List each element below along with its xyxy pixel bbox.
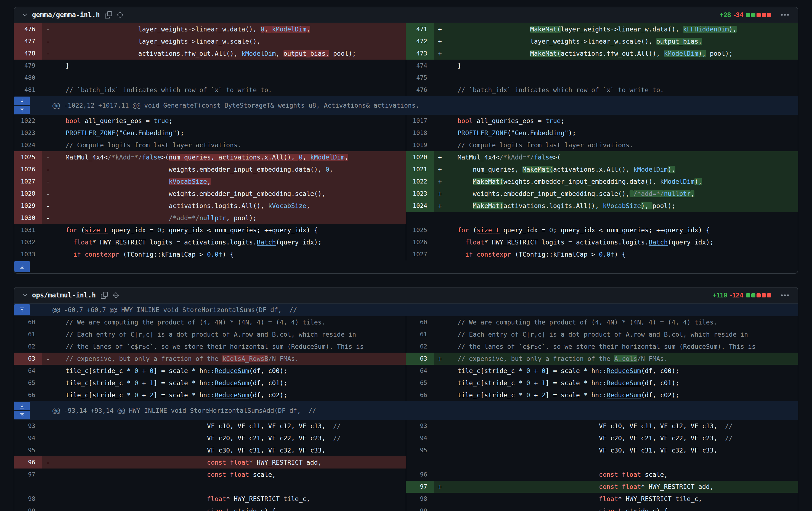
scroll-to-file-button[interactable] [111,291,121,300]
expand-down-button[interactable] [14,261,30,272]
scroll-to-file-button[interactable] [115,10,125,20]
collapse-file-button[interactable] [21,291,29,300]
line-number[interactable]: 1027 [406,248,434,261]
hunk-header: @@ -1022,12 +1017,11 @@ void GenerateT(c… [30,102,419,109]
deletions-count: -34 [734,11,743,19]
line-number[interactable]: 476 [14,23,42,35]
line-number[interactable]: 98 [406,493,434,505]
line-number[interactable]: 65 [14,377,42,389]
line-number[interactable]: 66 [14,389,42,401]
line-number[interactable]: 1021 [406,163,434,176]
code-token [58,227,66,234]
file-name[interactable]: ops/matmul-inl.h [32,291,96,299]
line-number[interactable]: 65 [406,377,434,389]
line-number[interactable]: 60 [406,316,434,328]
diff-cell-old: 62 // the lanes of `c$r$c`, so we store … [14,340,406,353]
line-number[interactable]: 477 [14,35,42,48]
line-number[interactable]: 98 [14,493,42,505]
fold-down-icon [19,264,25,270]
line-number[interactable]: 61 [406,328,434,340]
expand-up-button[interactable] [14,411,30,419]
line-number[interactable]: 1032 [14,236,42,248]
line-number[interactable]: 1025 [406,224,434,236]
line-number[interactable]: 479 [14,60,42,72]
line-number[interactable]: 1028 [14,188,42,200]
line-number[interactable]: 1019 [406,139,434,151]
expand-down-button[interactable] [14,402,30,410]
diff-marker [42,72,54,84]
expand-up-button[interactable] [14,304,30,315]
line-number[interactable]: 66 [406,389,434,401]
line-number[interactable]: 96 [14,456,42,469]
line-number[interactable]: 1018 [406,127,434,139]
line-number[interactable]: 99 [406,505,434,511]
line-number[interactable]: 94 [14,432,42,444]
line-number[interactable]: 1024 [14,139,42,151]
diff-row: 1033 if constexpr (TConfig::kFinalCap > … [14,248,798,261]
code-token: kVocabSize [603,202,641,209]
line-number[interactable]: 96 [406,469,434,481]
expand-down-button[interactable] [14,97,30,105]
line-number[interactable]: 1024 [406,200,434,212]
line-number[interactable]: 97 [14,469,42,481]
line-number[interactable]: 1026 [14,163,42,176]
line-number[interactable]: 97 [406,481,434,493]
line-number[interactable]: 63 [14,353,42,365]
line-number[interactable]: 95 [406,444,434,456]
diffstat-square [762,13,766,17]
line-number[interactable]: 478 [14,48,42,60]
line-number[interactable]: 99 [14,505,42,511]
line-number[interactable]: 472 [406,35,434,48]
line-number[interactable]: 476 [406,84,434,96]
line-number[interactable]: 64 [14,365,42,377]
line-number[interactable]: 473 [406,48,434,60]
copy-path-button[interactable] [99,291,109,300]
hunk-row: @@ -1022,12 +1017,11 @@ void GenerateT(c… [14,96,798,115]
line-number[interactable]: 1031 [14,224,42,236]
code-token: * HWY_RESTRICT logits = activations.logi… [484,239,648,246]
line-number[interactable]: 1023 [14,127,42,139]
line-number[interactable]: 62 [14,340,42,353]
line-number[interactable]: 1029 [14,200,42,212]
line-number[interactable]: 480 [14,72,42,84]
line-number[interactable]: 64 [406,365,434,377]
collapse-file-button[interactable] [21,10,29,19]
line-number[interactable]: 93 [406,420,434,432]
file-menu-button[interactable] [778,11,791,19]
line-number[interactable]: 1025 [14,151,42,163]
line-number[interactable]: 1026 [406,236,434,248]
line-number[interactable]: 1017 [406,115,434,127]
line-number[interactable]: 471 [406,23,434,35]
code-token: (df, c01); [641,380,679,387]
code-token [58,471,207,478]
line-number[interactable]: 1027 [14,176,42,188]
diff-row: 65 tile_c[stride_c * 0 + 1] = scale * hn… [14,377,798,389]
diff-view: gemma/gemma-inl.h+28-34476- layer_weight… [0,0,812,511]
line-number[interactable]: 475 [406,72,434,84]
line-number[interactable]: 1022 [406,176,434,188]
code-token: * HWY_RESTRICT tile_c, [618,495,702,503]
line-number[interactable]: 1020 [406,151,434,163]
line-number[interactable]: 474 [406,60,434,72]
file-name[interactable]: gemma/gemma-inl.h [32,11,100,19]
code-token: num_queries, activations.x.All(), [169,154,299,161]
line-number[interactable]: 95 [14,444,42,456]
copy-path-button[interactable] [104,10,113,20]
line-number[interactable]: 481 [14,84,42,96]
line-number[interactable]: 1023 [406,188,434,200]
line-number[interactable]: 1030 [14,212,42,224]
line-number[interactable]: 94 [406,432,434,444]
line-number[interactable]: 61 [14,328,42,340]
diff-cell-new: 471+ MakeMat(layer_weights->linear_w.dat… [406,23,798,35]
line-number[interactable]: 62 [406,340,434,353]
line-number[interactable]: 1022 [14,115,42,127]
line-number[interactable]: 93 [14,420,42,432]
code-token [473,251,477,258]
line-number[interactable]: 1033 [14,248,42,261]
line-number[interactable]: 60 [14,316,42,328]
expand-up-button[interactable] [14,106,30,114]
file-menu-button[interactable] [778,292,791,299]
code-token: pool); [706,50,733,57]
code-token: kFFHiddenDim [683,26,729,33]
line-number[interactable]: 63 [406,353,434,365]
